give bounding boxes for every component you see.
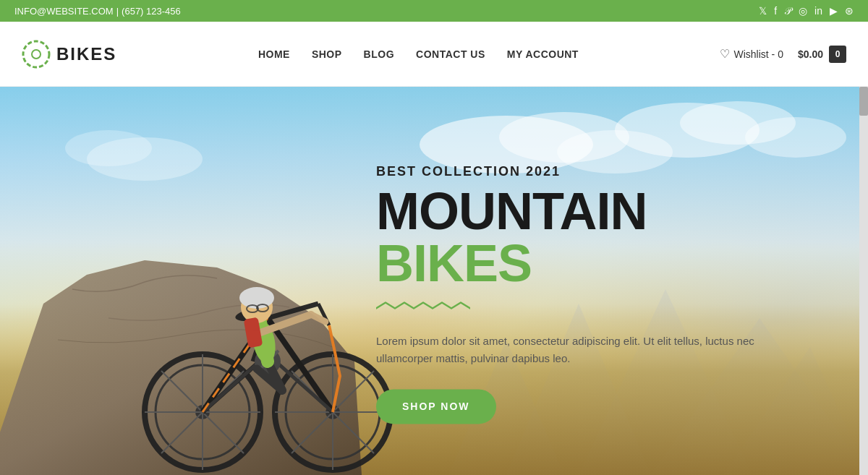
main-header: BIKES HOME SHOP BLOG CONTACT US MY ACCOU… [0, 22, 868, 87]
nav-home[interactable]: HOME [258, 48, 290, 60]
svg-point-1 [32, 50, 41, 59]
hero-title: MOUNTAIN BIKES [376, 185, 810, 289]
header-right: ♡ Wishlist - 0 $0.00 0 [720, 46, 846, 63]
instagram-icon[interactable]: ◎ [799, 5, 807, 17]
shop-now-button[interactable]: SHOP NOW [376, 389, 496, 424]
separator: | [116, 6, 119, 17]
youtube-icon[interactable]: ▶ [830, 5, 838, 17]
hero-subtitle: BEST COLLECTION 2021 [376, 164, 810, 179]
hero-wave-decoration [376, 301, 810, 318]
svg-point-8 [745, 117, 846, 158]
wishlist[interactable]: ♡ Wishlist - 0 [720, 47, 783, 61]
svg-point-10 [65, 130, 152, 166]
rss-icon[interactable]: ⊛ [845, 5, 854, 17]
cart[interactable]: $0.00 0 [798, 46, 846, 63]
cart-badge: 0 [829, 46, 846, 63]
nav-contact[interactable]: CONTACT US [416, 48, 485, 60]
heart-icon: ♡ [720, 47, 730, 61]
nav-blog[interactable]: BLOG [364, 48, 394, 60]
wishlist-label: Wishlist - 0 [733, 48, 783, 60]
hero-title-green: BIKES [376, 234, 532, 292]
cart-price: $0.00 [798, 48, 823, 60]
hero-title-black: MOUNTAIN [376, 182, 647, 240]
hero-description: Lorem ipsum dolor sit amet, consectetur … [376, 333, 781, 367]
social-links: 𝕏 f 𝒫 ◎ in ▶ ⊛ [759, 5, 854, 17]
nav-account[interactable]: MY ACCOUNT [507, 48, 579, 60]
scrollbar-track[interactable] [859, 87, 868, 475]
logo[interactable]: BIKES [22, 40, 116, 69]
linkedin-icon[interactable]: in [814, 5, 822, 17]
hero-content: BEST COLLECTION 2021 MOUNTAIN BIKES Lore… [376, 164, 810, 424]
contact-info: INFO@WEBSITE.COM | (657) 123-456 [14, 6, 181, 17]
email: INFO@WEBSITE.COM [14, 6, 114, 17]
facebook-icon[interactable]: f [774, 5, 777, 17]
twitter-icon[interactable]: 𝕏 [759, 5, 767, 17]
cart-count: 0 [835, 49, 841, 59]
pinterest-icon[interactable]: 𝒫 [784, 5, 791, 17]
logo-text: BIKES [56, 44, 116, 64]
nav-shop[interactable]: SHOP [312, 48, 342, 60]
svg-point-50 [239, 287, 274, 309]
hero-section: BEST COLLECTION 2021 MOUNTAIN BIKES Lore… [0, 87, 868, 475]
main-nav: HOME SHOP BLOG CONTACT US MY ACCOUNT [258, 48, 579, 60]
phone: (657) 123-456 [122, 6, 181, 17]
svg-point-0 [23, 41, 49, 67]
scrollbar-thumb[interactable] [859, 87, 868, 116]
logo-icon [22, 40, 51, 69]
top-bar: INFO@WEBSITE.COM | (657) 123-456 𝕏 f 𝒫 ◎… [0, 0, 868, 22]
